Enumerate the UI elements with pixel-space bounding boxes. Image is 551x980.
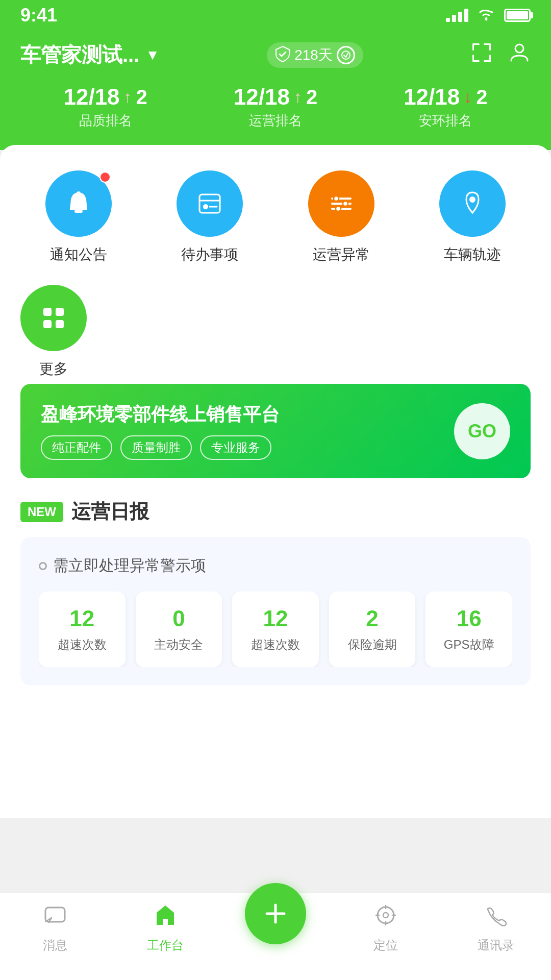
quick-icon-notify-wrapper	[45, 170, 112, 237]
nav-label-workbench: 工作台	[147, 937, 184, 953]
nav-item-plus[interactable]	[220, 883, 331, 944]
stat-label-2: 超速次数	[242, 636, 309, 653]
stat-card-3[interactable]: 2 保险逾期	[329, 592, 416, 667]
stat-label-0: 超速次数	[49, 636, 115, 653]
svg-rect-5	[489, 43, 491, 51]
ranking-quality-label: 品质排名	[63, 112, 147, 130]
quick-item-notify[interactable]: 通知公告	[20, 170, 137, 264]
more-icon	[20, 285, 87, 351]
svg-rect-23	[56, 308, 64, 316]
main-card: 通知公告 待办事项	[0, 145, 551, 818]
quick-item-track[interactable]: 车辆轨迹	[415, 170, 531, 264]
header-title-area[interactable]: 车管家测试... ▼	[20, 41, 160, 69]
todo-label: 待办事项	[181, 245, 238, 264]
nav-label-contacts: 通讯录	[478, 937, 514, 953]
shield-circle	[337, 46, 355, 64]
profile-button[interactable]	[508, 41, 531, 69]
ranking-safety-arrow: ↓	[464, 88, 472, 107]
report-card: 需立即处理异常警示项 12 超速次数 0 主动安全 12 超速次数 2 保险逾期…	[20, 537, 531, 685]
status-icons	[446, 7, 531, 24]
header: 车管家测试... ▼ 218天	[0, 31, 551, 150]
quick-item-todo[interactable]: 待办事项	[152, 170, 268, 264]
track-icon	[439, 170, 506, 237]
more-row: 更多	[20, 285, 531, 379]
plus-button[interactable]	[245, 883, 306, 944]
banner-title: 盈峰环境零部件线上销售平台	[41, 402, 280, 427]
stat-label-3: 保险逾期	[339, 636, 406, 653]
svg-point-12	[77, 191, 81, 195]
ranking-quality-date: 12/18	[63, 84, 119, 110]
ops-label: 运营异常	[313, 245, 370, 264]
ranking-safety: 12/18 ↓ 2 安环排名	[404, 84, 487, 130]
svg-point-19	[343, 201, 348, 206]
report-section-title: NEW 运营日报	[20, 499, 531, 525]
dropdown-arrow-icon[interactable]: ▼	[145, 47, 160, 63]
location-icon	[374, 903, 397, 932]
svg-point-0	[485, 17, 488, 20]
nav-item-location[interactable]: 定位	[331, 903, 441, 953]
banner-go-button[interactable]: GO	[454, 403, 510, 459]
nav-item-message[interactable]: 消息	[0, 903, 110, 953]
ranking-ops-label: 运营排名	[234, 112, 317, 130]
header-top: 车管家测试... ▼ 218天	[20, 41, 531, 69]
svg-rect-24	[43, 320, 52, 328]
stat-num-1: 0	[146, 606, 212, 631]
ranking-ops: 12/18 ↑ 2 运营排名	[234, 84, 317, 130]
ranking-safety-date: 12/18	[404, 84, 460, 110]
svg-point-18	[334, 196, 339, 201]
svg-rect-11	[74, 210, 83, 213]
workbench-icon	[154, 903, 177, 932]
stat-num-3: 2	[339, 606, 406, 631]
more-label: 更多	[39, 359, 68, 379]
report-subtitle: 需立即处理异常警示项	[39, 555, 512, 576]
header-icons	[470, 41, 531, 69]
ops-icon	[308, 170, 374, 237]
svg-point-14	[203, 204, 208, 209]
quick-access-grid: 通知公告 待办事项	[20, 170, 531, 264]
report-stats: 12 超速次数 0 主动安全 12 超速次数 2 保险逾期 16 GPS故障	[39, 592, 512, 667]
banner-tag-1: 质量制胜	[120, 435, 192, 460]
report-dot	[39, 562, 47, 570]
shield-badge: 218天	[267, 42, 363, 68]
report-subtitle-text: 需立即处理异常警示项	[53, 555, 206, 576]
ranking-quality: 12/18 ↑ 2 品质排名	[63, 84, 147, 130]
track-label: 车辆轨迹	[444, 245, 501, 264]
stat-card-1[interactable]: 0 主动安全	[136, 592, 222, 667]
stat-label-4: GPS故障	[436, 636, 502, 653]
message-icon	[43, 903, 67, 932]
nav-item-contacts[interactable]: 通讯录	[441, 903, 551, 953]
signal-icon	[446, 9, 468, 22]
wifi-icon	[478, 7, 495, 24]
stat-num-4: 16	[436, 606, 502, 631]
ranking-safety-num: 2	[476, 86, 487, 109]
svg-point-30	[383, 913, 388, 918]
report-title-text: 运营日报	[71, 499, 149, 525]
notify-label: 通知公告	[50, 245, 107, 264]
ranking-quality-arrow: ↑	[124, 88, 132, 107]
stat-card-2[interactable]: 12 超速次数	[232, 592, 319, 667]
svg-rect-13	[199, 194, 220, 213]
shield-days: 218天	[294, 45, 333, 65]
new-badge: NEW	[20, 502, 63, 522]
stat-card-4[interactable]: 16 GPS故障	[425, 592, 512, 667]
scan-button[interactable]	[470, 41, 493, 69]
stat-num-2: 12	[242, 606, 309, 631]
quick-item-ops[interactable]: 运营异常	[283, 170, 399, 264]
banner-content: 盈峰环境零部件线上销售平台 纯正配件 质量制胜 专业服务	[41, 402, 280, 460]
shield-icon	[275, 45, 290, 65]
nav-item-workbench[interactable]: 工作台	[110, 903, 220, 953]
status-bar: 9:41	[0, 0, 551, 31]
quick-item-more[interactable]: 更多	[20, 285, 87, 379]
app-title: 车管家测试...	[20, 41, 139, 69]
svg-point-29	[378, 907, 394, 923]
stat-card-0[interactable]: 12 超速次数	[39, 592, 126, 667]
nav-label-location: 定位	[373, 937, 398, 953]
svg-rect-25	[56, 320, 64, 328]
stat-label-1: 主动安全	[146, 636, 212, 653]
nav-label-message: 消息	[43, 937, 67, 953]
svg-rect-22	[43, 308, 52, 316]
svg-rect-7	[472, 55, 474, 62]
svg-point-20	[336, 206, 341, 211]
ranking-ops-num: 2	[306, 86, 317, 109]
banner-tags: 纯正配件 质量制胜 专业服务	[41, 435, 280, 460]
